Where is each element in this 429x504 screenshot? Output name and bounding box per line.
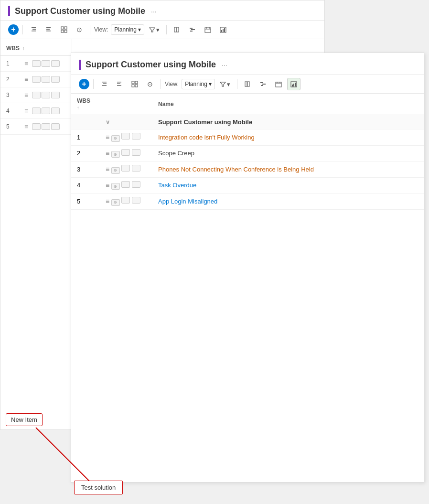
- action-icon-2[interactable]: [42, 107, 50, 114]
- svg-rect-37: [260, 82, 263, 83]
- task-action-1[interactable]: ⊙: [111, 199, 120, 206]
- inner-view-dropdown[interactable]: Planning ▾: [182, 79, 215, 89]
- task-action-3[interactable]: [132, 133, 140, 139]
- task-action-3[interactable]: [132, 149, 140, 156]
- task-action-2[interactable]: [121, 165, 130, 172]
- action-icon-3[interactable]: [51, 60, 60, 67]
- action-icon-2[interactable]: [42, 60, 50, 67]
- action-icon-2[interactable]: [42, 76, 50, 83]
- task-name-link-1[interactable]: Integration code isn't Fully Working: [158, 134, 255, 141]
- action-icon-1[interactable]: [32, 76, 41, 83]
- svg-rect-39: [261, 85, 263, 86]
- task-menu-icon[interactable]: ≡: [106, 165, 109, 173]
- outer-wbs-row-3: 3 ≡: [0, 87, 72, 103]
- outer-wbs-column: WBS ↑ 1 ≡ 2 ≡: [0, 39, 72, 420]
- task-menu-icon[interactable]: ≡: [106, 182, 109, 189]
- action-icon-1[interactable]: [32, 60, 41, 67]
- divider-2: [90, 25, 90, 34]
- inner-chart-button[interactable]: [287, 78, 300, 90]
- task-wbs-5: 5: [71, 193, 100, 210]
- outer-grid-button[interactable]: [57, 23, 71, 36]
- svg-rect-12: [177, 27, 179, 32]
- svg-rect-22: [223, 29, 224, 32]
- outer-gantt-button[interactable]: [186, 23, 199, 36]
- row-action-icons: [32, 92, 60, 98]
- task-action-3[interactable]: [132, 165, 140, 172]
- svg-rect-25: [103, 84, 107, 85]
- sort-arrow-icon[interactable]: ↑: [22, 46, 25, 51]
- row-menu-icon[interactable]: ≡: [24, 107, 28, 115]
- task-action-1[interactable]: ⊙: [111, 151, 120, 158]
- task-action-1[interactable]: ⊙: [111, 135, 120, 142]
- task-menu-icon[interactable]: ≡: [106, 197, 109, 205]
- action-icon-3[interactable]: [51, 123, 60, 130]
- action-icon-1[interactable]: [32, 107, 41, 114]
- action-icon-3[interactable]: [51, 76, 60, 83]
- outer-toolbar: + ⊙ View: Planning ▾ ▾: [0, 21, 324, 39]
- divider-1: [22, 25, 23, 34]
- task-action-2[interactable]: [121, 181, 130, 188]
- svg-rect-33: [135, 85, 138, 87]
- task-action-1[interactable]: ⊙: [111, 167, 120, 174]
- task-name-link-3[interactable]: Phones Not Connecting When Conference is…: [158, 166, 314, 173]
- inner-gantt-button[interactable]: [257, 78, 270, 90]
- inner-divider-1: [93, 79, 94, 89]
- inner-calendar-button[interactable]: [272, 78, 285, 90]
- svg-rect-6: [61, 27, 64, 29]
- wbs-sort-icon[interactable]: ↑: [77, 105, 79, 110]
- action-icon-2[interactable]: [42, 123, 50, 130]
- row-menu-icon[interactable]: ≡: [24, 123, 28, 130]
- inner-indent-button[interactable]: [97, 78, 111, 90]
- inner-filter-button[interactable]: ▾: [217, 79, 233, 89]
- svg-marker-10: [150, 28, 155, 32]
- outer-filter-button[interactable]: ▾: [146, 25, 162, 35]
- outer-view-label: View:: [94, 26, 108, 33]
- svg-rect-47: [295, 83, 296, 86]
- action-icon-1[interactable]: [32, 92, 41, 98]
- inner-settings-button[interactable]: ⊙: [143, 78, 157, 90]
- outer-calendar-button[interactable]: [201, 23, 214, 36]
- task-action-2[interactable]: [121, 133, 130, 139]
- row-menu-icon[interactable]: ≡: [24, 75, 28, 83]
- chevron-down-icon-filter-inner: ▾: [227, 81, 230, 88]
- svg-rect-9: [64, 30, 67, 32]
- new-item-button[interactable]: New Item: [6, 413, 43, 426]
- task-action-2[interactable]: [121, 149, 130, 156]
- task-name-link-5[interactable]: App Login Misaligned: [158, 198, 217, 205]
- row-menu-icon[interactable]: ≡: [24, 91, 28, 99]
- task-action-3[interactable]: [132, 181, 140, 188]
- outer-view-dropdown[interactable]: Planning ▾: [111, 24, 144, 35]
- group-chevron-icon[interactable]: ∨: [106, 119, 110, 126]
- task-wbs-2: 2: [71, 145, 100, 161]
- task-action-3[interactable]: [132, 197, 140, 204]
- outer-chart-button[interactable]: [216, 23, 230, 36]
- task-action-2[interactable]: [121, 197, 130, 204]
- task-menu-icon[interactable]: ≡: [106, 150, 109, 157]
- action-icon-3[interactable]: [51, 92, 60, 98]
- inner-divider-3: [237, 79, 237, 89]
- chevron-down-icon-filter: ▾: [156, 26, 160, 33]
- action-icon-2[interactable]: [42, 92, 50, 98]
- inner-columns-button[interactable]: [241, 78, 255, 90]
- svg-rect-45: [292, 85, 293, 86]
- action-icon-1[interactable]: [32, 123, 41, 130]
- task-action-1[interactable]: ⊙: [111, 183, 120, 190]
- task-name-link-4[interactable]: Task Overdue: [158, 182, 196, 189]
- outer-add-button[interactable]: +: [8, 24, 19, 35]
- outer-ellipsis[interactable]: ···: [151, 8, 157, 15]
- new-item-area: New Item: [0, 409, 71, 430]
- svg-rect-36: [247, 82, 249, 86]
- outer-outdent-button[interactable]: [42, 23, 55, 36]
- outer-settings-button[interactable]: ⊙: [73, 23, 86, 36]
- inner-grid-button[interactable]: [128, 78, 141, 90]
- action-icon-3[interactable]: [51, 107, 60, 114]
- row-menu-icon[interactable]: ≡: [24, 60, 28, 67]
- outer-columns-button[interactable]: [171, 23, 184, 36]
- task-menu-icon[interactable]: ≡: [106, 133, 109, 141]
- inner-add-button[interactable]: +: [79, 79, 89, 89]
- outer-indent-button[interactable]: [27, 23, 40, 36]
- inner-outdent-button[interactable]: [113, 78, 126, 90]
- svg-rect-4: [46, 29, 50, 30]
- inner-ellipsis[interactable]: ···: [222, 61, 227, 69]
- table-row: 1 ≡ ⊙ Integration code isn't Fully Worki…: [71, 129, 424, 146]
